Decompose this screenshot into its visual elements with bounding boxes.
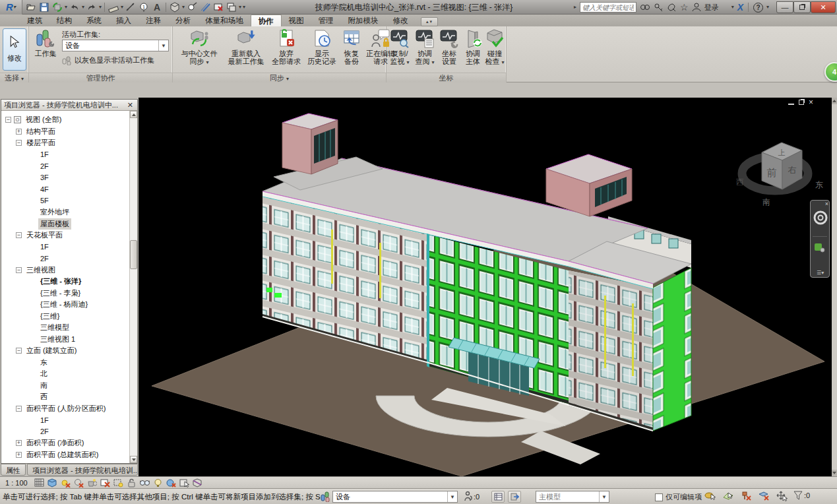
- view-minimize-icon[interactable]: [788, 100, 794, 105]
- model-3d-view[interactable]: 上 前 右 西 南 东: [139, 98, 832, 476]
- tab-insert[interactable]: 插入: [109, 15, 139, 26]
- section-button[interactable]: [186, 1, 198, 13]
- chevron-down-icon[interactable]: ▾: [121, 5, 123, 10]
- switch-windows-button[interactable]: [226, 1, 237, 13]
- canvas-scrollbar[interactable]: [832, 98, 837, 476]
- tree-item[interactable]: +面积平面 (净面积): [1, 437, 129, 449]
- customize-qat-icon[interactable]: ▾: [243, 5, 245, 10]
- tree-item[interactable]: 南: [1, 380, 129, 392]
- minimize-button[interactable]: —: [776, 1, 793, 13]
- close-hidden-windows-button[interactable]: [212, 1, 224, 13]
- collapse-icon[interactable]: −: [16, 348, 22, 354]
- zoom-tool-icon[interactable]: [814, 241, 826, 255]
- tree-item[interactable]: 东: [1, 357, 129, 369]
- tree-item[interactable]: 三维模型: [1, 322, 129, 334]
- tab-view[interactable]: 视图: [282, 15, 311, 26]
- collapse-icon[interactable]: −: [5, 117, 11, 123]
- tree-item[interactable]: −天花板平面: [1, 230, 129, 241]
- collapse-icon[interactable]: −: [16, 267, 22, 273]
- expand-icon[interactable]: +: [16, 129, 22, 135]
- tree-item[interactable]: 2F: [1, 426, 129, 438]
- search-input[interactable]: [580, 2, 636, 13]
- detail-level-icon[interactable]: [34, 478, 45, 488]
- help-icon[interactable]: ?: [753, 3, 763, 13]
- application-menu-button[interactable]: R▾: [0, 0, 22, 15]
- scroll-down-icon[interactable]: [832, 470, 837, 476]
- navigation-bar[interactable]: × ☰▾: [810, 200, 830, 278]
- chevron-down-icon[interactable]: ▾: [65, 5, 67, 10]
- crop-region-icon[interactable]: [113, 478, 124, 488]
- temporary-view-properties-icon[interactable]: [179, 478, 190, 488]
- sign-in-person-icon[interactable]: [692, 3, 701, 12]
- view-cube[interactable]: 上 前 右 西 南 东: [736, 142, 823, 206]
- tree-item[interactable]: 三维视图 1: [1, 334, 129, 346]
- tree-item[interactable]: 3F: [1, 172, 129, 184]
- chevron-down-icon[interactable]: ▾: [82, 5, 84, 10]
- chevron-down-icon[interactable]: ▾: [766, 5, 769, 10]
- save-button[interactable]: [38, 1, 50, 13]
- worksets-button[interactable]: 工作集: [33, 28, 58, 57]
- chevron-down-icon[interactable]: ▾: [239, 5, 241, 10]
- reconcile-hosting-button[interactable]: 协调 主体: [462, 28, 484, 65]
- restore-backup-button[interactable]: 恢复 备份: [340, 28, 363, 65]
- undo-button[interactable]: [69, 1, 80, 13]
- tree-item[interactable]: {三维 - 杨雨迪}: [1, 299, 129, 311]
- notification-badge[interactable]: 4: [824, 62, 837, 82]
- analytical-model-icon[interactable]: [192, 478, 203, 488]
- tab-annotate[interactable]: 注释: [139, 15, 168, 26]
- search-icon[interactable]: [640, 3, 650, 12]
- select-underlay-toggle[interactable]: [722, 491, 734, 501]
- view-restore-icon[interactable]: [799, 100, 804, 105]
- communication-center-icon[interactable]: [667, 3, 677, 12]
- tree-item[interactable]: −面积平面 (人防分区面积): [1, 403, 129, 415]
- sun-path-icon[interactable]: [60, 478, 71, 488]
- scroll-up-icon[interactable]: [832, 98, 837, 104]
- panel-sync-label[interactable]: 同步 ▾: [173, 73, 386, 82]
- browser-scrollbar[interactable]: [129, 111, 137, 463]
- expand-icon[interactable]: +: [16, 440, 22, 446]
- tab-properties[interactable]: 属性: [1, 464, 26, 476]
- active-workset-dropdown[interactable]: 设备 ▼: [62, 40, 169, 51]
- crop-view-icon[interactable]: [100, 478, 111, 488]
- favorites-star-icon[interactable]: ☆: [680, 2, 689, 13]
- sync-with-central-button[interactable]: [51, 1, 63, 13]
- subscription-key-icon[interactable]: [654, 3, 664, 12]
- design-option-dropdown[interactable]: 主模型 ▼: [536, 491, 609, 503]
- tab-structure[interactable]: 结构: [49, 15, 79, 26]
- tree-item[interactable]: 5F: [1, 195, 129, 207]
- view-scale-button[interactable]: 1 : 100: [4, 479, 32, 487]
- chevron-down-icon[interactable]: ▾: [99, 5, 102, 10]
- editable-only-checkbox[interactable]: 仅可编辑项: [655, 492, 702, 502]
- drawing-area[interactable]: 上 前 右 西 南 东: [139, 98, 832, 476]
- tree-item[interactable]: 2F: [1, 253, 129, 265]
- modify-button[interactable]: 修改: [3, 28, 26, 71]
- rendering-dialog-icon[interactable]: [86, 478, 98, 488]
- tree-item[interactable]: 西: [1, 391, 129, 403]
- expand-icon[interactable]: +: [16, 452, 22, 458]
- tab-systems[interactable]: 系统: [79, 15, 109, 26]
- close-icon[interactable]: ✕: [126, 101, 135, 110]
- tree-item[interactable]: −楼层平面: [1, 137, 129, 149]
- steering-wheel-icon[interactable]: [813, 210, 828, 227]
- select-pinned-toggle[interactable]: [740, 491, 752, 501]
- tab-massing-site[interactable]: 体量和场地: [198, 15, 251, 26]
- tree-item[interactable]: −O视图 (全部): [1, 114, 129, 126]
- reveal-hidden-elements-icon[interactable]: [152, 478, 164, 488]
- tree-item[interactable]: −立面 (建筑立面): [1, 345, 129, 357]
- chevron-down-icon[interactable]: ▾: [731, 5, 734, 10]
- navbar-menu-icon[interactable]: ☰▾: [817, 270, 824, 276]
- collapse-icon[interactable]: −: [16, 232, 22, 238]
- tree-item[interactable]: 室外地坪: [1, 206, 129, 218]
- tree-item[interactable]: +结构平面: [1, 126, 129, 138]
- tab-modify[interactable]: 修改: [386, 15, 416, 26]
- temporary-hide-isolate-icon[interactable]: [139, 478, 150, 488]
- tree-item[interactable]: 1F: [1, 149, 129, 161]
- ribbon-collapse-button[interactable]: ▴▾: [421, 17, 438, 26]
- thin-lines-button[interactable]: [199, 1, 211, 13]
- design-options-button[interactable]: [508, 491, 521, 503]
- panel-select-label[interactable]: 选择 ▾: [0, 73, 28, 82]
- close-button[interactable]: ✕: [811, 1, 836, 13]
- tab-manage[interactable]: 管理: [311, 15, 341, 26]
- show-history-button[interactable]: 显示 历史记录: [305, 28, 339, 65]
- measure-button[interactable]: [108, 1, 119, 13]
